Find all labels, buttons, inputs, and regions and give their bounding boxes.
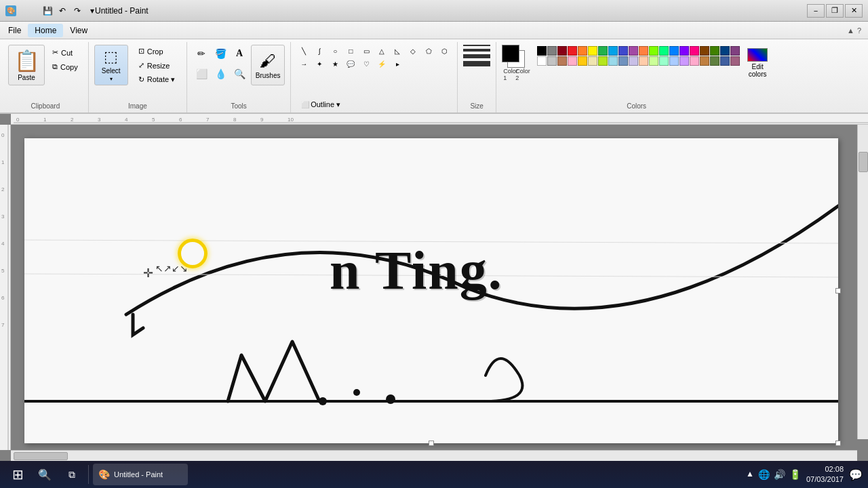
color1-swatch[interactable] — [502, 45, 519, 62]
scrollbar-h-thumb[interactable] — [14, 452, 68, 460]
shape-right-triangle[interactable]: ◺ — [390, 45, 405, 57]
shape-round-rect[interactable]: ▭ — [359, 45, 374, 57]
paste-button[interactable]: 📋 Paste — [8, 45, 45, 85]
tray-time[interactable]: 02:08 07/03/2017 — [806, 464, 844, 485]
qa-dropdown-button[interactable]: ▾ — [85, 4, 99, 18]
shape-pentagon[interactable]: ⬠ — [421, 45, 436, 57]
color-slate[interactable] — [720, 56, 730, 66]
resize-button[interactable]: ⤢ Resize — [132, 59, 181, 72]
color-gold[interactable] — [578, 56, 587, 66]
close-button[interactable]: ✕ — [845, 4, 863, 18]
brushes-button[interactable]: 🖌 Brushes — [251, 45, 285, 85]
color-black[interactable] — [537, 46, 547, 56]
shape-triangle[interactable]: △ — [374, 45, 389, 57]
color-blue[interactable] — [618, 46, 628, 56]
color-light-orange[interactable] — [639, 46, 648, 56]
shape-circle[interactable]: ○ — [328, 45, 342, 57]
menu-view[interactable]: View — [63, 24, 94, 37]
ribbon-minimize-icon[interactable]: ▲ — [847, 26, 854, 35]
pencil-tool[interactable]: ✏ — [193, 45, 210, 62]
shape-heart[interactable]: ♡ — [359, 58, 374, 70]
color-white[interactable] — [537, 56, 547, 66]
canvas-resize-se[interactable] — [835, 441, 841, 446]
canvas-scroll-area[interactable]: n Ting. ✛ ↖↗↙↘ — [11, 125, 868, 450]
menu-file[interactable]: File — [1, 24, 28, 37]
shape-more[interactable]: ▸ — [390, 58, 405, 70]
color-tan[interactable] — [557, 56, 567, 66]
canvas-resize-s[interactable] — [429, 441, 434, 446]
scrollbar-vertical[interactable] — [857, 125, 868, 439]
eraser-tool[interactable]: ⬜ — [193, 65, 210, 83]
size-1-button[interactable] — [463, 45, 490, 46]
color-peach[interactable] — [639, 56, 648, 66]
color-copper[interactable] — [700, 56, 709, 66]
color-dark-red[interactable] — [557, 46, 567, 56]
help-icon[interactable]: ? — [857, 26, 861, 35]
crop-button[interactable]: ⊡ Crop — [132, 45, 181, 58]
minimize-button[interactable]: − — [807, 4, 825, 18]
color-brown[interactable] — [700, 46, 709, 56]
color-sky[interactable] — [669, 46, 679, 56]
shape-star4[interactable]: ✦ — [312, 58, 327, 70]
shape-star5[interactable]: ★ — [328, 58, 342, 70]
color-light-purple[interactable] — [679, 56, 689, 66]
paint-taskbar-app[interactable]: 🎨 Untitled - Paint — [93, 464, 188, 485]
network-icon[interactable]: 🌐 — [758, 469, 770, 480]
paint-canvas[interactable]: n Ting. ✛ ↖↗↙↘ — [24, 138, 838, 443]
color-seafoam[interactable] — [659, 56, 669, 66]
color-pale-blue[interactable] — [669, 56, 679, 66]
color-cyan[interactable] — [608, 46, 618, 56]
color-violet[interactable] — [679, 46, 689, 56]
color-rose[interactable] — [730, 56, 740, 66]
rotate-button[interactable]: ↻ Rotate ▾ — [132, 73, 181, 86]
shape-lightning[interactable]: ⚡ — [374, 58, 389, 70]
tray-arrow-icon[interactable]: ▲ — [746, 469, 754, 480]
color-gray[interactable] — [547, 46, 557, 56]
scrollbar-horizontal[interactable] — [11, 450, 857, 461]
start-button[interactable]: ⊞ — [5, 462, 30, 487]
magnify-tool[interactable]: 🔍 — [231, 65, 248, 83]
color-purple[interactable] — [629, 46, 638, 56]
shape-callout1[interactable]: 💬 — [343, 58, 358, 70]
color-navy[interactable] — [720, 46, 730, 56]
color-cream[interactable] — [588, 56, 597, 66]
color-steel-blue[interactable] — [618, 56, 628, 66]
shape-curve1[interactable]: ∫ — [312, 45, 327, 57]
shape-rect[interactable]: □ — [343, 45, 358, 57]
menu-home[interactable]: Home — [28, 24, 63, 37]
search-taskbar-button[interactable]: 🔍 — [33, 462, 57, 487]
color-light-gray[interactable] — [547, 56, 557, 66]
color-light-pink[interactable] — [568, 56, 577, 66]
shape-diamond[interactable]: ◇ — [406, 45, 420, 57]
notification-icon[interactable]: 💬 — [849, 468, 863, 481]
shape-arrow-r[interactable]: → — [296, 58, 311, 70]
undo-button[interactable]: ↶ — [56, 4, 69, 18]
color-light-rose[interactable] — [690, 56, 699, 66]
shape-diagonal1[interactable]: ╲ — [296, 45, 311, 57]
color-orange[interactable] — [578, 46, 587, 56]
color-yellow-green[interactable] — [598, 56, 608, 66]
color-red[interactable] — [568, 46, 577, 56]
save-button[interactable]: 💾 — [41, 4, 54, 18]
size-2-button[interactable] — [463, 49, 490, 52]
color-olive[interactable] — [710, 46, 719, 56]
color-green[interactable] — [598, 46, 608, 56]
edit-colors-button[interactable]: Editcolors — [744, 45, 771, 81]
color-teal[interactable] — [659, 46, 669, 56]
color-mint[interactable] — [649, 56, 658, 66]
color-mauve[interactable] — [730, 46, 740, 56]
color-yellow[interactable] — [588, 46, 597, 56]
color-light-blue[interactable] — [608, 56, 618, 66]
outline-button[interactable]: ⬜ Outline ▾ — [296, 98, 452, 111]
color-pink[interactable] — [690, 46, 699, 56]
fill-tool[interactable]: 🪣 — [212, 45, 229, 62]
picker-tool[interactable]: 💧 — [212, 65, 229, 83]
restore-button[interactable]: ❐ — [826, 4, 844, 18]
size-3-button[interactable] — [463, 54, 490, 58]
scrollbar-v-thumb[interactable] — [859, 152, 868, 172]
text-tool[interactable]: A — [231, 45, 248, 62]
canvas-resize-e[interactable] — [835, 288, 841, 293]
task-view-button[interactable]: ⧉ — [60, 462, 84, 487]
shape-hex[interactable]: ⬡ — [437, 45, 452, 57]
select-button[interactable]: ⬚ Select ▾ — [94, 45, 128, 85]
